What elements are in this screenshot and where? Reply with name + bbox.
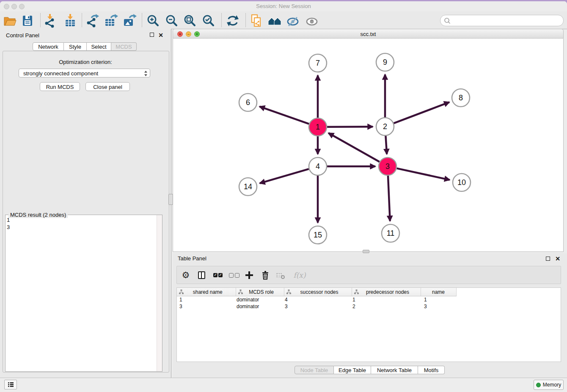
first-neighbors-houses-icon[interactable] (267, 14, 282, 28)
tab-mcds[interactable]: MCDS (111, 42, 137, 51)
mcds-result-scrollbar[interactable] (157, 215, 162, 371)
zoom-selected-icon[interactable] (201, 14, 216, 28)
show-all-eye-icon[interactable] (305, 14, 319, 28)
toolbar-separator (221, 13, 222, 27)
search-input[interactable] (451, 16, 561, 25)
node-3[interactable]: 3 (379, 157, 396, 175)
edge-2-3[interactable] (385, 136, 387, 154)
svg-text:3: 3 (385, 162, 390, 171)
open-session-icon[interactable] (3, 14, 17, 28)
window-titlebar: Session: New Session (0, 1, 567, 12)
edge-1-6[interactable] (259, 107, 309, 124)
toolbar-separator (40, 13, 41, 27)
export-table-icon[interactable] (104, 14, 118, 28)
select-all-columns-icon[interactable]: ✓✓ (212, 270, 224, 280)
table-panel-title: Table Panel (178, 255, 206, 262)
close-panel-button[interactable]: Close panel (85, 82, 130, 91)
column-header-mcds-role[interactable]: MCDS role (236, 288, 284, 296)
new-network-from-selection-icon[interactable] (249, 14, 263, 28)
node-1[interactable]: 1 (309, 118, 327, 136)
zoom-in-icon[interactable] (146, 14, 160, 28)
edge-4-14[interactable] (260, 169, 309, 183)
hierarchy-icon (286, 289, 292, 295)
network-view-title: scc.txt (173, 31, 563, 37)
node-2[interactable]: 2 (376, 118, 394, 135)
svg-text:6: 6 (246, 98, 250, 107)
refresh-layout-icon[interactable] (226, 14, 240, 28)
run-mcds-button[interactable]: Run MCDS (40, 82, 80, 91)
table-settings-gear-icon[interactable]: ⚙ (181, 270, 191, 280)
column-header-predecessor-nodes[interactable]: predecessor nodes (352, 288, 421, 296)
edge-2-8[interactable] (394, 102, 449, 123)
delete-column-icon[interactable] (275, 270, 286, 280)
tab-node-table[interactable]: Node Table (295, 366, 334, 374)
app-window: Session: New Session (0, 1, 567, 392)
control-panel-tabs: Network Style Select MCDS (33, 42, 137, 51)
memory-button[interactable]: Memory (534, 380, 564, 390)
node-11[interactable]: 11 (382, 224, 399, 242)
hierarchy-icon (354, 289, 359, 295)
edge-3-11[interactable] (388, 176, 390, 221)
export-network-icon[interactable] (85, 14, 99, 28)
tab-motifs[interactable]: Motifs (418, 366, 445, 374)
edge-3-1[interactable] (328, 133, 380, 162)
svg-text:8: 8 (459, 94, 463, 102)
import-table-icon[interactable] (63, 14, 77, 28)
node-15[interactable]: 15 (309, 226, 327, 244)
node-9[interactable]: 9 (376, 53, 394, 71)
svg-text:4: 4 (316, 162, 320, 171)
node-7[interactable]: 7 (309, 54, 327, 72)
table-splitter-grip[interactable] (363, 250, 369, 253)
control-panel-title: Control Panel (6, 32, 39, 39)
table-row[interactable]: 3dominator323 (177, 303, 561, 310)
tab-style[interactable]: Style (64, 42, 87, 51)
add-row-plus-icon[interactable] (244, 270, 254, 280)
node-4[interactable]: 4 (309, 157, 327, 175)
task-list-icon (8, 381, 14, 388)
node-14[interactable]: 14 (239, 178, 257, 196)
control-panel-close-icon[interactable]: ✕ (158, 32, 163, 38)
criterion-select[interactable]: strongly connected component (19, 69, 150, 77)
mcds-result-group: MCDS result (2 nodes) 13 (5, 212, 162, 372)
hide-selected-eye-slash-icon[interactable] (286, 14, 300, 28)
main-toolbar (0, 11, 567, 29)
select-stepper-icon (144, 70, 148, 77)
tab-network-table[interactable]: Network Table (371, 366, 418, 374)
unselect-all-columns-icon[interactable] (228, 270, 240, 280)
tab-edge-table[interactable]: Edge Table (334, 366, 371, 374)
svg-text:10: 10 (457, 178, 466, 187)
edge-1-2[interactable] (327, 127, 373, 127)
column-header-successor-nodes[interactable]: successor nodes (284, 288, 352, 296)
optimization-criterion-label: Optimization criterion: (0, 59, 171, 65)
table-tabs: Node Table Edge Table Network Table Moti… (295, 366, 445, 374)
window-title: Session: New Session (0, 3, 567, 9)
panel-splitter-grip[interactable] (168, 194, 173, 205)
zoom-out-icon[interactable] (165, 14, 179, 28)
svg-text:11: 11 (387, 229, 395, 237)
column-header-shared-name[interactable]: shared name (177, 288, 236, 296)
node-10[interactable]: 10 (453, 174, 471, 191)
edge-3-10[interactable] (396, 168, 449, 180)
apply-function-icon[interactable]: f(x) (292, 270, 307, 280)
node-6[interactable]: 6 (239, 94, 257, 111)
table-panel-float-icon[interactable] (546, 257, 550, 261)
table-panel: Table Panel ✕ ⚙ ✓✓ f(x) shared name MCDS… (173, 253, 567, 378)
network-canvas[interactable]: 1234678910111415 (173, 39, 564, 252)
control-panel-float-icon[interactable] (150, 33, 154, 37)
table-row[interactable]: 1dominator411 (177, 296, 561, 304)
tab-network[interactable]: Network (33, 42, 64, 51)
svg-text:14: 14 (244, 182, 252, 191)
node-8[interactable]: 8 (452, 89, 470, 107)
table-panel-close-icon[interactable]: ✕ (555, 256, 560, 262)
network-graph: 1234678910111415 (173, 39, 563, 251)
import-network-icon[interactable] (43, 14, 57, 28)
zoom-fit-icon[interactable] (183, 14, 197, 28)
delete-row-trash-icon[interactable] (260, 270, 270, 280)
column-header-name[interactable]: name (421, 288, 456, 296)
task-history-button[interactable] (4, 380, 17, 389)
tab-select[interactable]: Select (87, 42, 111, 51)
column-panes-icon[interactable] (196, 270, 206, 280)
save-session-icon[interactable] (20, 14, 35, 28)
column-header-filler (456, 288, 561, 296)
export-image-icon[interactable] (122, 14, 137, 28)
